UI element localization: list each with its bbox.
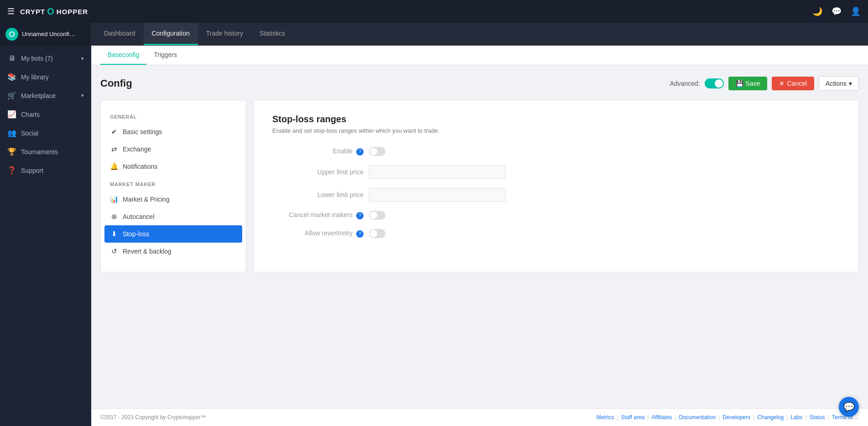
footer-link-changelog[interactable]: Changelog bbox=[757, 414, 784, 421]
bot-icon-inner bbox=[9, 31, 15, 37]
menu-item-notifications[interactable]: 🔔 Notifications bbox=[101, 158, 246, 175]
sidebar-item-label: Tournaments bbox=[21, 148, 58, 156]
sidebar-item-social[interactable]: 👥 Social bbox=[0, 124, 91, 142]
bot-name: Unnamed Unconfigured ho... bbox=[22, 31, 77, 37]
tab-trade-history[interactable]: Trade history bbox=[198, 23, 251, 45]
cancel-market-makers-help-icon[interactable]: ? bbox=[356, 212, 364, 219]
allow-revert-toggle[interactable] bbox=[369, 229, 385, 238]
allow-revert-help-icon[interactable]: ? bbox=[356, 230, 364, 238]
right-panel: Stop-loss ranges Enable and set stop-los… bbox=[254, 100, 859, 272]
general-section: GENERAL ✔ Basic settings ⇄ Exchange 🔔 No… bbox=[101, 114, 246, 175]
moon-icon[interactable]: 🌙 bbox=[812, 6, 822, 16]
autocancel-icon: ⊗ bbox=[110, 213, 118, 221]
save-button[interactable]: 💾 Save bbox=[728, 77, 768, 90]
footer-link-documentation[interactable]: Documentation bbox=[679, 414, 716, 421]
form-row-allow-revert: Allow revert/retry ? bbox=[272, 229, 840, 238]
footer-link-developers[interactable]: Developers bbox=[722, 414, 750, 421]
user-icon[interactable]: 👤 bbox=[851, 6, 861, 16]
form-row-cancel-market-makers: Cancel market makers ? bbox=[272, 211, 840, 220]
tab-configuration[interactable]: Configuration bbox=[144, 23, 198, 45]
top-nav-left: ☰ CRYPTOHOPPER bbox=[7, 6, 88, 17]
cancel-icon: ✕ bbox=[779, 80, 785, 87]
stop-loss-icon: ⬇ bbox=[110, 230, 118, 238]
config-content: Config Advanced: 💾 Save ✕ Cancel Actions… bbox=[91, 65, 868, 408]
library-icon: 📚 bbox=[7, 73, 16, 81]
lower-limit-label: Lower limit price bbox=[272, 191, 364, 198]
sub-nav-triggers[interactable]: Triggers bbox=[146, 46, 184, 65]
bot-selector[interactable]: Unnamed Unconfigured ho... bbox=[0, 23, 91, 46]
tab-dashboard[interactable]: Dashboard bbox=[96, 23, 144, 45]
panel-subtitle: Enable and set stop-loss ranges within w… bbox=[272, 127, 840, 134]
footer-link-affiliates[interactable]: Affiliates bbox=[651, 414, 672, 421]
chevron-down-icon: ▾ bbox=[81, 56, 84, 62]
market-maker-section: MARKET MAKER 📊 Market & Pricing ⊗ Autoca… bbox=[101, 182, 246, 260]
config-header: Config Advanced: 💾 Save ✕ Cancel Actions… bbox=[100, 76, 859, 91]
top-nav: ☰ CRYPTOHOPPER 🌙 💬 👤 bbox=[0, 0, 868, 23]
support-icon: ❓ bbox=[7, 166, 16, 175]
cancel-market-makers-toggle[interactable] bbox=[369, 211, 385, 220]
sidebar-item-label: Charts bbox=[21, 111, 40, 118]
content-area: Baseconfig Triggers Config Advanced: 💾 S… bbox=[91, 46, 868, 426]
menu-item-stop-loss[interactable]: ⬇ Stop-loss bbox=[104, 225, 242, 243]
lower-limit-input[interactable] bbox=[369, 188, 506, 202]
actions-button[interactable]: Actions ▾ bbox=[819, 76, 859, 91]
exchange-icon: ⇄ bbox=[110, 145, 118, 153]
sidebar-item-my-library[interactable]: 📚 My library bbox=[0, 68, 91, 86]
footer: ©2017 - 2023 Copyright by Cryptohopper™ … bbox=[91, 408, 868, 426]
footer-link-labs[interactable]: Labs bbox=[790, 414, 802, 421]
charts-icon: 📈 bbox=[7, 110, 16, 119]
sidebar: 🖥 My bots (7) ▾ 📚 My library 🛒 Marketpla… bbox=[0, 46, 91, 426]
sidebar-item-my-bots[interactable]: 🖥 My bots (7) ▾ bbox=[0, 49, 91, 68]
tabs-container: Dashboard Configuration Trade history St… bbox=[96, 23, 293, 45]
tab-statistics[interactable]: Statistics bbox=[251, 23, 293, 45]
save-icon: 💾 bbox=[736, 80, 743, 87]
sidebar-item-support[interactable]: ❓ Support bbox=[0, 161, 91, 180]
advanced-toggle[interactable] bbox=[705, 78, 724, 88]
panels: GENERAL ✔ Basic settings ⇄ Exchange 🔔 No… bbox=[100, 100, 859, 272]
social-icon: 👥 bbox=[7, 129, 16, 137]
sidebar-item-label: My bots (7) bbox=[21, 55, 53, 62]
footer-link-status[interactable]: Status bbox=[810, 414, 825, 421]
menu-item-exchange[interactable]: ⇄ Exchange bbox=[101, 140, 246, 158]
enable-toggle[interactable] bbox=[369, 147, 385, 156]
upper-limit-label: Upper limit price bbox=[272, 168, 364, 176]
advanced-label: Advanced: bbox=[670, 80, 700, 87]
sub-nav-baseconfig[interactable]: Baseconfig bbox=[100, 46, 146, 65]
brand-dot: O bbox=[47, 6, 55, 17]
chevron-down-icon: ▾ bbox=[81, 93, 84, 99]
sidebar-item-charts[interactable]: 📈 Charts bbox=[0, 105, 91, 124]
bell-icon: 🔔 bbox=[110, 162, 118, 171]
bots-icon: 🖥 bbox=[7, 54, 16, 62]
menu-item-autocancel[interactable]: ⊗ Autocancel bbox=[101, 208, 246, 225]
hamburger-icon[interactable]: ☰ bbox=[7, 6, 15, 16]
cancel-button[interactable]: ✕ Cancel bbox=[772, 77, 814, 90]
menu-item-revert-backlog[interactable]: ↺ Revert & backlog bbox=[101, 243, 246, 260]
menu-item-market-pricing[interactable]: 📊 Market & Pricing bbox=[101, 191, 246, 208]
top-nav-right: 🌙 💬 👤 bbox=[812, 6, 861, 16]
brand-logo: CRYPTOHOPPER bbox=[20, 6, 88, 17]
allow-revert-label: Allow revert/retry ? bbox=[272, 229, 364, 238]
sidebar-item-tournaments[interactable]: 🏆 Tournaments bbox=[0, 142, 91, 161]
tab-bar: Unnamed Unconfigured ho... Dashboard Con… bbox=[0, 23, 868, 46]
sidebar-item-label: My library bbox=[21, 73, 49, 81]
sidebar-item-label: Support bbox=[21, 167, 43, 174]
footer-link-metrics[interactable]: Metrics bbox=[596, 414, 614, 421]
page-title: Config bbox=[100, 78, 132, 89]
form-row-upper-limit: Upper limit price bbox=[272, 165, 840, 179]
tournaments-icon: 🏆 bbox=[7, 147, 16, 156]
sidebar-item-marketplace[interactable]: 🛒 Marketplace ▾ bbox=[0, 86, 91, 105]
sidebar-item-label: Social bbox=[21, 130, 38, 137]
enable-help-icon[interactable]: ? bbox=[356, 148, 364, 156]
menu-item-basic-settings[interactable]: ✔ Basic settings bbox=[101, 123, 246, 140]
footer-link-staff-area[interactable]: Staff area bbox=[621, 414, 645, 421]
sidebar-item-label: Marketplace bbox=[21, 92, 56, 99]
sub-nav: Baseconfig Triggers bbox=[91, 46, 868, 65]
market-maker-label: MARKET MAKER bbox=[101, 182, 246, 191]
upper-limit-input[interactable] bbox=[369, 165, 506, 179]
left-panel: GENERAL ✔ Basic settings ⇄ Exchange 🔔 No… bbox=[100, 100, 246, 272]
chat-bubble[interactable]: 💬 bbox=[839, 397, 859, 417]
general-label: GENERAL bbox=[101, 114, 246, 123]
revert-icon: ↺ bbox=[110, 247, 118, 255]
enable-label: Enable ? bbox=[272, 147, 364, 156]
discord-icon[interactable]: 💬 bbox=[832, 6, 842, 16]
